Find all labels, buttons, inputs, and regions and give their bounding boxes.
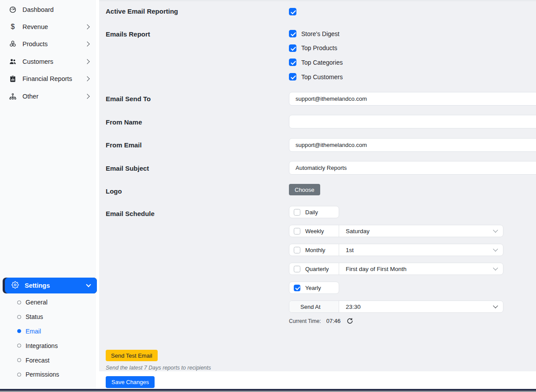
email-subject-input[interactable]	[289, 161, 536, 175]
settings-subitem-general[interactable]: General	[0, 295, 96, 310]
active-email-reporting-checkbox[interactable]	[289, 8, 296, 15]
settings-submenu: GeneralStatusEmailIntegrationsForecastPe…	[0, 295, 96, 382]
sidebar-item-revenue[interactable]: $Revenue	[0, 18, 96, 35]
settings-subitem-status[interactable]: Status	[0, 310, 96, 324]
schedule-row-quarterly: QuarterlyFirst day of First Month	[289, 263, 503, 275]
current-time-value: 07:46	[326, 318, 341, 324]
schedule-row-label-cell: Monthly	[289, 244, 339, 256]
current-time-label: Current Time:	[289, 318, 321, 324]
speedometer-icon	[8, 6, 17, 14]
settings-subitem-email[interactable]: Email	[0, 324, 96, 339]
sidebar-item-label: Financial Reports	[22, 75, 72, 82]
save-changes-button[interactable]: Save Changes	[106, 376, 155, 388]
quarterly-select[interactable]: First day of First Month	[339, 263, 503, 275]
from-email-input[interactable]	[289, 138, 536, 152]
select-value: First day of First Month	[346, 266, 494, 272]
dot-icon	[17, 315, 21, 319]
chevron-right-icon	[85, 59, 89, 64]
settings-subitem-label: Email	[26, 328, 41, 335]
sidebar-item-label: Settings	[25, 282, 50, 289]
checkbox[interactable]	[294, 209, 300, 216]
chevron-right-icon	[85, 77, 89, 81]
field-label-email-subject: Email Subject	[106, 165, 149, 172]
weekly-select[interactable]: Saturday	[339, 225, 503, 237]
field-label-emails-report: Emails Report	[106, 31, 150, 38]
sidebar-item-customers[interactable]: Customers	[0, 53, 96, 70]
checkbox[interactable]	[289, 44, 296, 52]
settings-subitem-permissions[interactable]: Permissions	[0, 367, 96, 382]
schedule-row-daily: Daily	[289, 206, 339, 218]
footer-bar: Save Changes	[99, 372, 536, 389]
customers-people-icon	[8, 58, 17, 66]
sidebar-item-label: Dashboard	[22, 6, 54, 13]
select-value: 1st	[346, 247, 494, 253]
field-label-active-email-reporting: Active Email Reporting	[106, 8, 178, 15]
send-at-select[interactable]: 23:30	[339, 301, 503, 312]
field-label-from-name: From Name	[106, 119, 142, 126]
test-email-note: Send the latest 7 Days reports to recipi…	[106, 365, 211, 371]
schedule-row-label-cell: Daily	[289, 206, 339, 218]
refresh-icon[interactable]	[347, 318, 353, 324]
from-name-input[interactable]	[289, 115, 536, 128]
sidebar-item-financial-reports[interactable]: Financial Reports	[0, 70, 96, 88]
checkbox[interactable]	[294, 266, 300, 272]
schedule-row-send-at: Send At23:30	[289, 300, 503, 313]
sidebar-item-products[interactable]: Products	[0, 36, 96, 53]
schedule-row-label: Yearly	[305, 285, 321, 291]
schedule-row-label: Weekly	[305, 228, 324, 234]
monthly-select[interactable]: 1st	[339, 244, 503, 256]
chevron-down-icon	[493, 303, 498, 308]
schedule-row-monthly: Monthly1st	[289, 244, 503, 256]
dollar-icon: $	[8, 23, 17, 31]
chevron-right-icon	[85, 94, 89, 99]
emails-report-option-store-s-digest: Store's Digest	[289, 30, 340, 37]
clipboard-chart-icon	[8, 75, 17, 83]
settings-subitem-label: Integrations	[26, 342, 58, 349]
checkbox[interactable]	[294, 285, 300, 291]
checkbox[interactable]	[289, 30, 296, 37]
chevron-down-icon	[493, 227, 498, 232]
sidebar-item-label: Revenue	[22, 23, 48, 30]
email-send-to-input[interactable]	[289, 92, 536, 106]
chevron-down-icon	[493, 246, 498, 251]
schedule-row-label: Monthly	[305, 247, 325, 253]
sidebar-item-settings-active-wrap: Settings	[3, 278, 97, 293]
select-value: Saturday	[346, 228, 494, 234]
sidebar-item-other[interactable]: Other	[0, 88, 96, 105]
settings-subitem-forecast[interactable]: Forecast	[0, 353, 96, 367]
schedule-row-label-cell: Send At	[289, 301, 339, 312]
sidebar-item-settings[interactable]: Settings	[5, 278, 97, 293]
logo-choose-button[interactable]: Choose	[289, 184, 320, 195]
settings-subitem-label: Forecast	[26, 357, 49, 364]
dot-icon	[17, 300, 21, 304]
checkbox[interactable]	[294, 247, 300, 253]
send-test-email-button[interactable]: Send Test Email	[106, 350, 158, 361]
sidebar: Dashboard$RevenueProductsCustomersFinanc…	[0, 0, 96, 389]
schedule-row-yearly: Yearly	[289, 282, 339, 294]
schedule-row-label: Send At	[300, 304, 321, 310]
dot-icon	[17, 358, 21, 362]
checkbox[interactable]	[294, 228, 300, 234]
sidebar-nav: Dashboard$RevenueProductsCustomersFinanc…	[0, 1, 96, 105]
field-label-email-send-to: Email Send To	[106, 95, 151, 103]
option-label: Top Categories	[301, 59, 343, 66]
select-value: 23:30	[346, 304, 494, 310]
sidebar-item-label: Other	[22, 93, 38, 100]
option-label: Top Customers	[301, 73, 343, 81]
checkbox[interactable]	[289, 59, 296, 66]
page: Dashboard$RevenueProductsCustomersFinanc…	[0, 0, 536, 392]
schedule-row-label-cell: Quarterly	[289, 263, 339, 275]
settings-subitem-label: Permissions	[26, 371, 59, 378]
schedule-row-weekly: WeeklySaturday	[289, 225, 503, 237]
settings-subitem-integrations[interactable]: Integrations	[0, 338, 96, 353]
emails-report-option-top-products: Top Products	[289, 44, 337, 52]
chevron-down-icon	[493, 265, 498, 270]
products-hexagons-icon	[8, 40, 17, 48]
gear-icon	[11, 281, 19, 290]
sidebar-item-dashboard[interactable]: Dashboard	[0, 1, 96, 18]
option-label: Top Products	[301, 44, 337, 51]
checkbox[interactable]	[289, 73, 296, 81]
chevron-right-icon	[85, 42, 89, 47]
active-dot-icon	[17, 329, 21, 333]
sitemap-icon	[8, 92, 17, 100]
